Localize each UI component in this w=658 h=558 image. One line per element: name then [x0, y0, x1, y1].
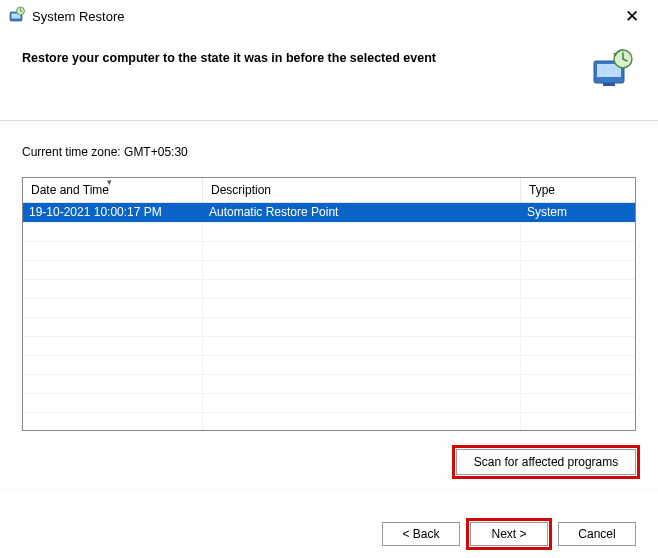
- cell-type: System: [521, 203, 635, 222]
- restore-points-table[interactable]: Date and Time ▾ Description Type 19-10-2…: [22, 177, 636, 431]
- titlebar: System Restore ✕: [0, 0, 658, 33]
- svg-rect-5: [603, 83, 615, 86]
- column-header-type[interactable]: Type: [521, 178, 635, 202]
- wizard-content: Current time zone: GMT+05:30 Date and Ti…: [0, 120, 658, 493]
- wizard-footer: < Back Next > Cancel: [382, 522, 636, 546]
- scan-affected-programs-button[interactable]: Scan for affected programs: [456, 449, 636, 475]
- system-restore-icon: [8, 6, 26, 27]
- table-header: Date and Time ▾ Description Type: [23, 178, 635, 203]
- timezone-label: Current time zone: GMT+05:30: [22, 145, 636, 159]
- back-button[interactable]: < Back: [382, 522, 460, 546]
- cell-description: Automatic Restore Point: [203, 203, 521, 222]
- next-button[interactable]: Next >: [470, 522, 548, 546]
- cell-datetime: 19-10-2021 10:00:17 PM: [23, 203, 203, 222]
- column-label: Date and Time: [31, 183, 109, 197]
- column-header-description[interactable]: Description: [203, 178, 521, 202]
- close-button[interactable]: ✕: [614, 6, 650, 27]
- wizard-header: Restore your computer to the state it wa…: [0, 33, 658, 120]
- window-title: System Restore: [32, 9, 614, 24]
- column-header-datetime[interactable]: Date and Time ▾: [23, 178, 203, 202]
- system-restore-hero-icon: [590, 47, 636, 92]
- table-body: 19-10-2021 10:00:17 PM Automatic Restore…: [23, 203, 635, 431]
- table-row[interactable]: 19-10-2021 10:00:17 PM Automatic Restore…: [23, 203, 635, 222]
- cancel-button[interactable]: Cancel: [558, 522, 636, 546]
- page-heading: Restore your computer to the state it wa…: [22, 47, 580, 65]
- sort-descending-icon: ▾: [107, 177, 112, 187]
